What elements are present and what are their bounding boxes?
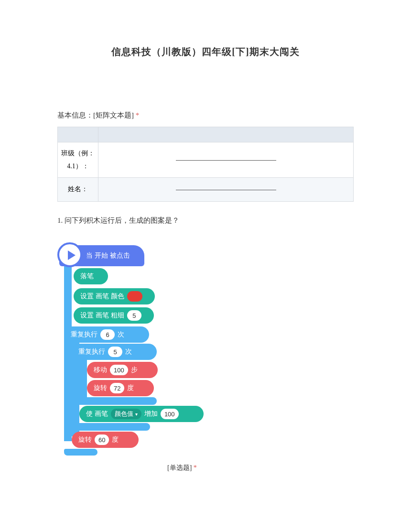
required-mark: * (136, 111, 140, 119)
name-input-underline (176, 190, 276, 190)
change-color-mid: 增加 (144, 410, 158, 418)
basic-info-matrix: 班级（例：4.1）： 姓名： (57, 127, 354, 202)
rotate2-block: 旋转 60 度 (72, 432, 139, 448)
repeat-inner-value: 5 (108, 347, 122, 357)
repeat-inner-end (72, 397, 157, 405)
rotate2-suffix: 度 (112, 435, 119, 444)
hat-label: 当 开始 被点击 (86, 251, 130, 260)
matrix-header-input (98, 127, 354, 142)
repeat-inner-label: 重复执行 (78, 347, 105, 356)
color-dropdown-label: 颜色值 (115, 410, 133, 418)
table-row: 姓名： (58, 178, 354, 202)
set-color-label: 设置 画笔 颜色 (80, 292, 124, 301)
hat-block: 当 开始 被点击 (59, 245, 144, 266)
repeat-outer-suffix: 次 (118, 330, 124, 339)
rotate1-block: 旋转 72 度 (87, 380, 154, 396)
pen-size-value: 5 (127, 310, 141, 321)
set-pen-size-block: 设置 画笔 粗细 5 (74, 307, 154, 324)
question-1: 1. 问下列积木运行后，生成的图案是？ (57, 216, 354, 225)
rotate1-label: 旋转 (94, 384, 107, 392)
required-mark: * (194, 464, 197, 471)
repeat-outer-block: 重复执行 6 次 (64, 326, 149, 343)
change-color-value: 100 (161, 409, 179, 419)
repeat-outer-end (64, 423, 150, 431)
repeat-inner-suffix: 次 (125, 347, 132, 356)
rotate1-suffix: 度 (127, 384, 134, 392)
q1-number: 1. (57, 217, 63, 224)
table-row: 班级（例：4.1）： (58, 142, 354, 178)
q1-text: 问下列积木运行后，生成的图案是？ (65, 217, 179, 224)
chevron-down-icon: ▾ (135, 412, 138, 417)
name-input-cell[interactable] (98, 178, 354, 202)
move-value: 100 (110, 365, 128, 375)
move-suffix: 步 (131, 366, 138, 374)
row-label-name: 姓名： (58, 178, 98, 202)
code-blocks-diagram: 当 开始 被点击 落笔 设置 画笔 颜色 设置 画笔 粗细 5 重复执行 6 次… (57, 245, 220, 456)
color-swatch-red (127, 291, 142, 302)
stack-end (64, 449, 97, 456)
pen-down-label: 落笔 (80, 272, 94, 281)
change-color-prefix: 使 画笔 (86, 410, 108, 418)
class-input-cell[interactable] (98, 142, 354, 178)
rotate2-value: 60 (95, 434, 109, 445)
q1-type-text: [单选题] (167, 464, 192, 471)
class-input-underline (176, 160, 276, 161)
move-label: 移动 (94, 366, 107, 374)
change-pen-color-block: 使 画笔 颜色值 ▾ 增加 100 (79, 406, 204, 422)
color-dropdown: 颜色值 ▾ (111, 409, 141, 419)
basic-info-text: 基本信息：[矩阵文本题] (57, 111, 134, 119)
repeat-outer-label: 重复执行 (71, 330, 97, 339)
repeat-outer-value: 6 (100, 329, 115, 340)
block-connector (64, 264, 72, 441)
q1-type-label: [单选题] * (167, 464, 197, 472)
matrix-header-label (58, 127, 98, 142)
row-label-class: 班级（例：4.1）： (58, 142, 98, 178)
move-block: 移动 100 步 (87, 362, 158, 378)
rotate1-value: 72 (110, 383, 124, 393)
block-connector (79, 359, 87, 401)
pen-down-block: 落笔 (74, 268, 108, 284)
rotate2-label: 旋转 (78, 435, 92, 444)
play-icon (68, 250, 76, 260)
repeat-inner-block: 重复执行 5 次 (72, 344, 157, 360)
play-button (57, 242, 82, 267)
basic-info-label: 基本信息：[矩阵文本题] * (57, 111, 354, 120)
page-title: 信息科技（川教版）四年级[下]期末大闯关 (57, 45, 354, 58)
set-pen-color-block: 设置 画笔 颜色 (74, 288, 155, 304)
set-size-label: 设置 画笔 粗细 (80, 311, 124, 320)
